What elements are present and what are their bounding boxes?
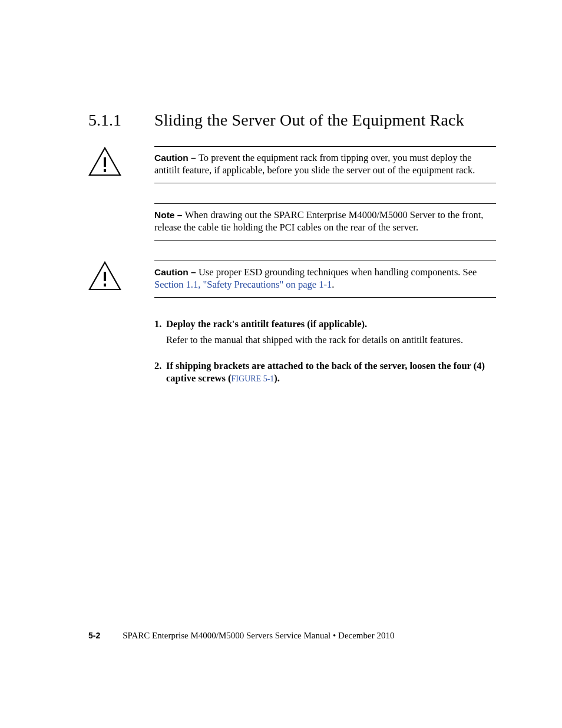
- step-subtext: Refer to the manual that shipped with th…: [166, 334, 496, 346]
- step-body: Deploy the rack's antitilt features (if …: [166, 318, 496, 355]
- svg-rect-2: [104, 272, 106, 281]
- step-title-after: ).: [274, 373, 280, 384]
- note-label: Note –: [154, 210, 185, 220]
- step-2: 2. If shipping brackets are attached to …: [154, 360, 496, 385]
- step-number: 1.: [154, 318, 166, 355]
- note-block-1: Note – When drawing out the SPARC Enterp…: [154, 203, 496, 241]
- content-area: 5.1.1 Sliding the Server Out of the Equi…: [88, 111, 501, 389]
- procedure-steps: 1. Deploy the rack's antitilt features (…: [154, 318, 496, 385]
- section-number: 5.1.1: [88, 111, 154, 130]
- caution-icon: [88, 147, 121, 179]
- step-body: If shipping brackets are attached to the…: [166, 360, 496, 385]
- footer-title: SPARC Enterprise M4000/M5000 Servers Ser…: [123, 631, 394, 640]
- caution-icon: [88, 261, 121, 294]
- page-number: 5-2: [88, 631, 100, 640]
- svg-rect-3: [104, 284, 106, 286]
- note-text: When drawing out the SPARC Enterprise M4…: [154, 209, 483, 233]
- step-title-before: If shipping brackets are attached to the…: [166, 360, 485, 384]
- caution-label: Caution –: [154, 153, 199, 163]
- caution-label: Caution –: [154, 267, 199, 277]
- body-column: Caution – To prevent the equipment rack …: [154, 146, 496, 384]
- caution-block-1: Caution – To prevent the equipment rack …: [154, 146, 496, 183]
- section-heading: 5.1.1 Sliding the Server Out of the Equi…: [88, 111, 501, 130]
- svg-rect-0: [104, 157, 106, 167]
- step-title: Deploy the rack's antitilt features (if …: [166, 318, 496, 330]
- caution-text: To prevent the equipment rack from tippi…: [154, 152, 475, 176]
- page: 5.1.1 Sliding the Server Out of the Equi…: [0, 0, 562, 728]
- safety-precautions-link[interactable]: Section 1.1, "Safety Precautions" on pag…: [154, 279, 332, 290]
- figure-5-1-link[interactable]: FIGURE 5-1: [232, 374, 275, 383]
- step-1: 1. Deploy the rack's antitilt features (…: [154, 318, 496, 355]
- caution-text-after: .: [332, 279, 334, 290]
- caution-text-before: Use proper ESD grounding techniques when…: [199, 266, 477, 278]
- page-footer: 5-2 SPARC Enterprise M4000/M5000 Servers…: [88, 631, 394, 641]
- step-number: 2.: [154, 360, 166, 385]
- svg-rect-1: [104, 169, 106, 172]
- caution-block-2: Caution – Use proper ESD grounding techn…: [154, 261, 496, 298]
- section-title: Sliding the Server Out of the Equipment …: [154, 111, 464, 130]
